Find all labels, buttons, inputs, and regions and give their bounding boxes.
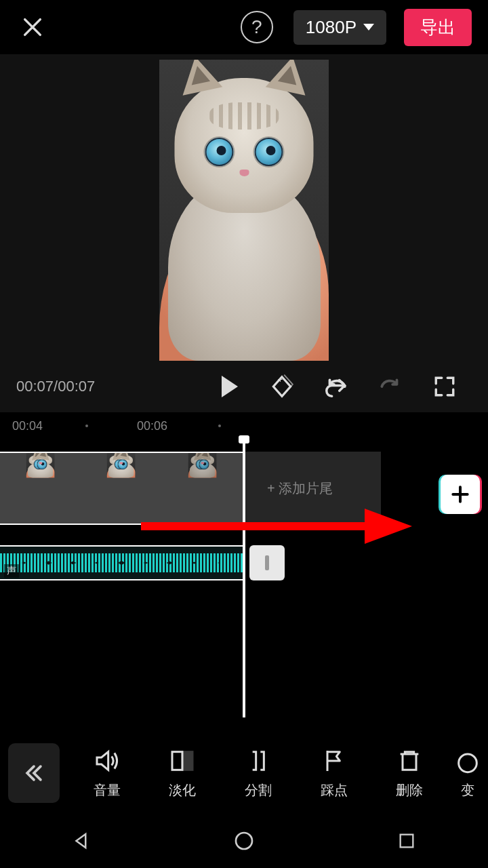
trash-icon	[396, 747, 423, 774]
help-button[interactable]: ?	[241, 11, 273, 43]
svg-rect-3	[172, 751, 182, 770]
bottom-toolbar: 音量 淡化 分割 踩点 删除 变	[0, 732, 488, 814]
resolution-selector[interactable]: 1080P	[293, 10, 386, 45]
time-display: 00:07/00:07	[16, 378, 95, 395]
chevron-double-left-icon	[22, 762, 45, 785]
svg-rect-4	[182, 751, 192, 770]
tool-delete[interactable]: 删除	[372, 747, 448, 800]
svg-point-6	[236, 833, 252, 849]
preview-area: 00:07/00:07 +	[0, 54, 488, 412]
audio-drag-handle[interactable]	[249, 545, 285, 580]
triangle-left-icon	[71, 831, 92, 851]
chevron-down-icon	[363, 24, 374, 31]
nav-home-button[interactable]	[229, 826, 259, 856]
add-clip-button[interactable]	[441, 475, 480, 514]
nav-recent-button[interactable]	[392, 826, 422, 856]
timeline[interactable]: 00:04 00:06 + 添加片尾 声	[0, 412, 488, 732]
export-button[interactable]: 导出	[404, 9, 472, 46]
speed-icon	[454, 747, 481, 774]
video-preview[interactable]	[159, 60, 329, 361]
undo-button[interactable]	[314, 365, 358, 408]
playhead[interactable]	[243, 439, 245, 717]
tool-fade[interactable]: 淡化	[145, 747, 221, 800]
clip-thumbnail	[162, 453, 243, 524]
plus-icon	[449, 484, 471, 505]
svg-rect-7	[401, 835, 413, 848]
play-icon	[222, 376, 238, 397]
svg-point-5	[459, 754, 477, 772]
svg-text:+: +	[278, 375, 283, 384]
clip-thumbnail	[0, 453, 81, 524]
keyframe-button[interactable]: +	[260, 365, 304, 408]
tool-beat[interactable]: 踩点	[296, 747, 372, 800]
tool-speed[interactable]: 变	[447, 747, 488, 800]
volume-icon	[94, 747, 121, 774]
fade-icon	[169, 747, 196, 774]
playback-bar: 00:07/00:07 +	[0, 361, 488, 412]
audio-clip-label: 声	[4, 564, 19, 578]
nav-back-button[interactable]	[66, 826, 96, 856]
clip-thumbnail	[81, 453, 161, 524]
close-button[interactable]	[16, 11, 49, 43]
circle-icon	[233, 830, 255, 852]
add-ending-button[interactable]: + 添加片尾	[245, 452, 381, 525]
fullscreen-button[interactable]	[423, 365, 466, 408]
play-button[interactable]	[206, 365, 249, 408]
flag-icon	[321, 747, 348, 774]
audio-clip[interactable]: 声	[0, 545, 244, 580]
system-nav-bar	[0, 814, 488, 868]
resolution-label: 1080P	[306, 17, 357, 38]
top-bar: ? 1080P 导出	[0, 0, 488, 54]
square-icon	[397, 831, 416, 850]
tool-volume[interactable]: 音量	[69, 747, 145, 800]
redo-button[interactable]	[369, 365, 412, 408]
tool-split[interactable]: 分割	[220, 747, 296, 800]
split-icon	[245, 747, 272, 774]
collapse-toolbar-button[interactable]	[8, 743, 60, 803]
video-clip[interactable]	[0, 452, 244, 525]
